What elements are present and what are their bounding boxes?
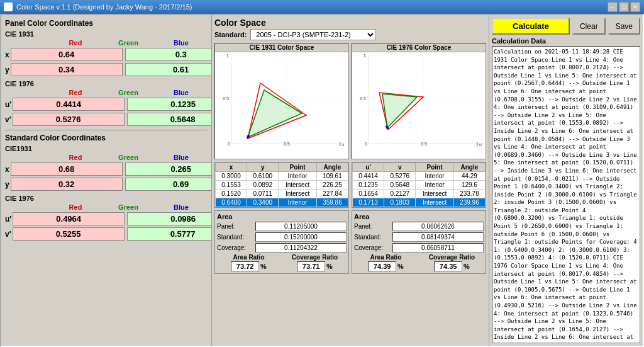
cie1976-chart: CIE 1976 Color Space 0 0.5 1 0.5 1 u'	[352, 43, 486, 159]
cell-x: 0.6400	[216, 198, 247, 207]
blue-header: Blue	[155, 39, 208, 47]
std-cie1931-x-red[interactable]	[11, 162, 123, 176]
std-cie1976-u-green[interactable]	[127, 212, 212, 225]
cie1976-panel-section: CIE 1976 Red Green Blue u' v'	[5, 80, 208, 126]
std-cie1931-y-red[interactable]	[11, 178, 123, 191]
cell-angle: 233.78	[453, 190, 485, 198]
coverage-ratio-value-1[interactable]	[297, 261, 325, 271]
cell-point: Intersect	[416, 190, 454, 198]
green-header-3: Green	[102, 154, 155, 161]
blue-header-4: Blue	[155, 203, 208, 211]
svg-text:0.5: 0.5	[284, 142, 290, 146]
table-row[interactable]: 0.3000 0.6100 Interior 109.61	[216, 172, 348, 181]
std-v-label: v'	[5, 230, 11, 239]
panel-value-2[interactable]	[392, 222, 484, 231]
blue-header-3: Blue	[155, 154, 208, 161]
svg-text:0: 0	[228, 142, 230, 146]
cell-v: 0.2127	[384, 190, 416, 198]
table-row[interactable]: 0.4414 0.5276 Interior 44.29	[353, 172, 486, 181]
area-title-1: Area	[217, 213, 347, 220]
color-headers: Red Green Blue	[5, 39, 208, 47]
cell-y: 0.0892	[247, 181, 279, 190]
cie1976-v-row: v'	[5, 113, 208, 126]
std-x-label: x	[5, 165, 9, 174]
svg-text:u': u'	[479, 142, 482, 147]
clear-button[interactable]: Clear	[572, 18, 606, 35]
svg-text:x: x	[342, 142, 345, 147]
col-angle-2: Angle	[453, 163, 485, 172]
cell-angle: 359.86	[316, 198, 348, 207]
cell-point: Intersect	[416, 198, 454, 207]
minimize-button[interactable]: ─	[608, 2, 618, 12]
cie1931-x-red[interactable]	[11, 48, 123, 61]
right-panel: Calculate Clear Save Calculation Data Ca…	[489, 15, 643, 346]
coverage-ratio-label-2: Coverage Ratio	[429, 254, 475, 261]
chart2-svg: 0 0.5 1 0.5 1 u'	[352, 52, 486, 156]
blue-header-2: Blue	[155, 89, 208, 96]
std-cie1931-x-green[interactable]	[125, 162, 212, 176]
calc-data-area[interactable]: Calculation on 2021-05-11 18:49:28 CIE 1…	[492, 46, 640, 343]
area-ratio-value-1[interactable]	[231, 261, 259, 271]
standard-label: Standard:	[214, 31, 247, 38]
std-cie1976-v-red[interactable]	[13, 227, 125, 241]
standard-row: Standard: 2005 - DCI-P3 (SMPTE-231-2)	[214, 29, 486, 40]
cell-x: 0.1520	[216, 190, 247, 198]
coverage-value-1[interactable]	[255, 243, 347, 253]
red-header-4: Red	[49, 203, 102, 211]
std-cie1976-u-row: u'	[5, 212, 208, 225]
cell-angle: 227.84	[316, 190, 348, 198]
table-row[interactable]: 0.1553 0.0892 Intersect 226.25	[216, 181, 348, 190]
area-ratio-value-2[interactable]	[368, 261, 396, 271]
area-block-1: Area Panel: Standard: Coverage: Area Rat…	[214, 210, 349, 274]
chart2-area: 0 0.5 1 0.5 1 u'	[352, 52, 486, 156]
red-header: Red	[49, 39, 102, 47]
coverage-ratio-value-2[interactable]	[434, 261, 462, 271]
area-ratio-pct-1: %	[260, 263, 267, 270]
svg-text:0: 0	[365, 142, 367, 146]
coverage-label-1: Coverage:	[217, 244, 253, 251]
std-cie1976-u-red[interactable]	[13, 212, 125, 225]
col-angle: Angle	[316, 163, 348, 172]
area-std-row-2: Standard:	[354, 232, 484, 242]
close-button[interactable]: ✕	[630, 2, 640, 12]
standard-select[interactable]: 2005 - DCI-P3 (SMPTE-231-2)	[250, 29, 376, 40]
red-header-3: Red	[49, 154, 102, 161]
chart1-svg: 0 0.5 1 0.5 1 x	[215, 52, 348, 156]
area-title-2: Area	[354, 213, 484, 220]
color-headers-3: Red Green Blue	[5, 154, 208, 161]
std-value-1[interactable]	[255, 232, 347, 242]
maximize-button[interactable]: □	[619, 2, 629, 12]
svg-text:0.5: 0.5	[223, 96, 229, 101]
cie1976-v-green[interactable]	[127, 113, 212, 126]
left-panel: Panel Color Coordinates CIE 1931 Red Gre…	[1, 15, 212, 346]
cell-x: 0.1553	[216, 181, 247, 190]
cell-y: 0.3400	[247, 198, 279, 207]
std-cie1931-y-green[interactable]	[125, 178, 212, 191]
table-row[interactable]: 0.1654 0.2127 Intersect 233.78	[353, 190, 486, 198]
table-row[interactable]: 0.6400 0.3400 Interior 359.86	[216, 198, 348, 207]
calculate-button[interactable]: Calculate	[492, 18, 570, 35]
cie1931-y-red[interactable]	[11, 63, 123, 76]
table-row[interactable]: 0.1235 0.5648 Interior 129.6	[353, 181, 486, 190]
cie1976-u-green[interactable]	[127, 98, 212, 111]
coverage-ratio-input-row-2: %	[434, 261, 470, 271]
std-u-label: u'	[5, 215, 11, 224]
calc-buttons-row: Calculate Clear Save	[492, 18, 640, 35]
panel-value-1[interactable]	[255, 222, 347, 231]
title-bar-controls: ─ □ ✕	[608, 2, 640, 12]
save-button[interactable]: Save	[608, 18, 640, 35]
cie1931-y-green[interactable]	[125, 63, 212, 76]
cie1931-title: CIE 1931	[5, 30, 208, 38]
u-label: u'	[5, 100, 11, 109]
cie1976-v-red[interactable]	[13, 113, 125, 126]
main-content: Panel Color Coordinates CIE 1931 Red Gre…	[0, 14, 644, 347]
table-row[interactable]: 0.1713 0.1803 Intersect 239.96	[353, 198, 486, 207]
std-cie1976-v-green[interactable]	[127, 227, 212, 241]
coverage-value-2[interactable]	[392, 243, 484, 253]
cie1931-x-green[interactable]	[125, 48, 212, 61]
cie1976-u-red[interactable]	[13, 98, 125, 111]
table-row[interactable]: 0.1520 0.0711 Intersect 227.84	[216, 190, 348, 198]
std-value-2[interactable]	[392, 232, 484, 242]
cell-v: 0.5648	[384, 181, 416, 190]
cell-point: Intersect	[279, 181, 317, 190]
